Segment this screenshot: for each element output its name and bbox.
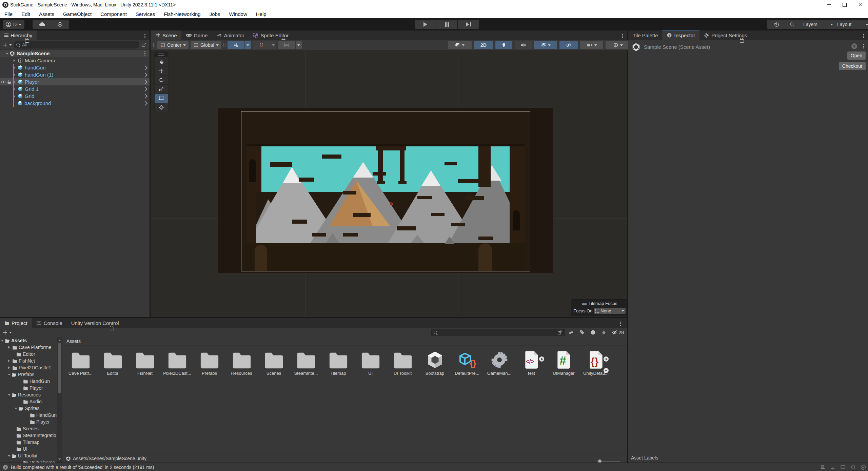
menu-services[interactable]: Services — [131, 9, 160, 18]
tree-item-editor[interactable]: Editor — [0, 351, 62, 357]
refresh-icon[interactable] — [850, 465, 856, 470]
checkout-button[interactable]: Checkout — [839, 62, 866, 70]
view-tool-button[interactable] — [155, 57, 168, 66]
layout-dropdown[interactable]: Layout — [834, 20, 868, 29]
favorites-star-icon[interactable] — [601, 330, 607, 335]
tree-item-resources[interactable]: Resources — [0, 391, 62, 398]
hierarchy-item-grid[interactable]: Grid — [0, 93, 150, 100]
account-dropdown[interactable]: D — [3, 20, 24, 29]
picker-icon[interactable] — [557, 330, 563, 335]
camera-settings-dropdown[interactable] — [580, 41, 603, 49]
network-signal-icon[interactable] — [830, 465, 835, 470]
tree-item-unitytheme[interactable]: UnityTheme — [0, 459, 62, 463]
asset-prefabs[interactable]: Prefabs — [193, 350, 225, 376]
open-button[interactable]: Open — [847, 52, 866, 60]
asset-tilemap[interactable]: Tilemap — [322, 350, 354, 376]
increment-snap-options[interactable] — [296, 41, 302, 49]
prefab-chevron-icon[interactable] — [143, 86, 147, 91]
scroll-up-icon[interactable] — [58, 338, 61, 341]
scene-root-row[interactable]: SampleScene — [0, 50, 150, 57]
hierarchy-item-grid-1[interactable]: Grid 1 — [0, 85, 150, 93]
tab-unity-version-control[interactable]: Unity Version Control — [67, 318, 123, 328]
menu-fish-networking[interactable]: Fish-Networking — [159, 9, 205, 18]
scene-lighting-toggle[interactable] — [495, 41, 512, 49]
tree-item-prefabs[interactable]: Prefabs — [0, 371, 62, 378]
scene-audio-toggle[interactable] — [515, 41, 532, 49]
gizmos-dropdown[interactable] — [606, 41, 630, 49]
tab-hierarchy[interactable]: Hierarchy — [0, 30, 37, 40]
asset-bootstrap-scene[interactable]: Bootstrap — [419, 350, 451, 376]
tree-item-audio[interactable]: Audio — [0, 398, 62, 405]
scroll-thumb[interactable] — [58, 343, 61, 393]
asset-editor[interactable]: Editor — [97, 350, 129, 376]
tab-project[interactable]: Project — [0, 318, 32, 328]
asset-pixel2dcastle[interactable]: Pixel2DCast... — [161, 350, 193, 376]
asset-labels-bar[interactable]: Asset Labels — [628, 453, 868, 462]
add-object-button[interactable] — [3, 43, 7, 47]
kebab-menu-icon[interactable] — [862, 43, 865, 50]
hidden-objects-toggle[interactable] — [559, 41, 578, 49]
add-dropdown-icon[interactable] — [9, 44, 12, 47]
menu-gameobject[interactable]: GameObject — [59, 9, 96, 18]
expand-arrow[interactable] — [6, 53, 8, 56]
create-dropdown-icon[interactable] — [9, 332, 12, 335]
snap-options[interactable] — [270, 41, 276, 49]
tree-item-assets[interactable]: Assets — [0, 337, 62, 344]
grid-snapping-toggle[interactable] — [228, 41, 244, 49]
tasks-check-icon[interactable] — [861, 465, 866, 470]
tools-drag-handle[interactable] — [155, 52, 168, 57]
asset-steamintegration[interactable]: SteamInte... — [290, 350, 322, 376]
tab-sprite-editor[interactable]: Sprite Editor — [249, 30, 293, 40]
orientation-dropdown[interactable]: Global — [191, 41, 221, 49]
asset-ui[interactable]: UI — [354, 350, 387, 376]
visibility-eye-icon[interactable] — [1, 79, 6, 85]
tab-tile-palette[interactable]: Tile Palette — [628, 30, 662, 40]
tab-inspector[interactable]: Inspector — [662, 30, 699, 40]
snap-toggle[interactable] — [253, 41, 270, 49]
kebab-menu-icon[interactable] — [619, 320, 623, 327]
tilemap-focus-header[interactable]: Tilemap Focus — [571, 300, 627, 307]
hierarchy-search[interactable] — [14, 41, 139, 48]
asset-default-preset[interactable]: {} DefaultPre... — [451, 350, 483, 376]
transform-tool-button[interactable] — [155, 103, 168, 112]
asset-resources[interactable]: Resources — [225, 350, 258, 376]
kebab-menu-icon[interactable] — [143, 33, 147, 40]
menu-file[interactable]: File — [0, 9, 17, 18]
asset-gamemanager[interactable]: GameMan... — [483, 350, 515, 376]
hierarchy-item-handgun[interactable]: handGun — [0, 64, 150, 71]
pause-button[interactable] — [436, 20, 457, 29]
tree-item-sprites-player[interactable]: Player — [0, 418, 62, 425]
asset-fishnet[interactable]: FishNet — [129, 350, 161, 376]
tree-scrollbar[interactable] — [57, 337, 62, 463]
expand-arrow[interactable] — [14, 74, 17, 76]
asset-uimanager-script[interactable]: # UIManager — [548, 350, 580, 376]
tree-item-ui-toolkit[interactable]: UI Toolkit — [0, 452, 62, 459]
cache-monitor-icon[interactable] — [840, 465, 846, 470]
tab-animator[interactable]: Animator — [212, 30, 249, 40]
tree-item-ui[interactable]: UI — [0, 446, 62, 452]
menu-help[interactable]: Help — [252, 9, 271, 18]
tree-item-tilemap[interactable]: Tilemap — [0, 439, 62, 446]
hierarchy-search-input[interactable] — [21, 42, 137, 48]
tree-item-pixel2dcastle[interactable]: Pixel2DCastleT — [0, 364, 62, 371]
move-tool-button[interactable] — [155, 66, 168, 75]
menu-window[interactable]: Window — [224, 9, 251, 18]
menu-jobs[interactable]: Jobs — [205, 9, 225, 18]
prefab-chevron-icon[interactable] — [143, 72, 147, 77]
pickability-icon[interactable] — [6, 79, 12, 85]
kebab-menu-icon[interactable] — [621, 33, 625, 40]
search-by-label-icon[interactable] — [579, 330, 585, 335]
scale-tool-button[interactable] — [155, 84, 168, 94]
search-everywhere-button[interactable] — [783, 20, 802, 29]
hierarchy-item-handgun-1[interactable]: handGun (1) — [0, 71, 150, 78]
toolbar-drag-handle[interactable] — [153, 43, 155, 47]
expand-arrow[interactable] — [14, 59, 17, 62]
step-button[interactable] — [458, 20, 479, 29]
hierarchy-item-background[interactable]: background — [0, 100, 150, 107]
tree-item-cave-platformer[interactable]: Cave Platforme — [0, 344, 62, 351]
expand-arrow[interactable] — [14, 88, 17, 90]
tree-item-steamintegration[interactable]: SteamIntegratio — [0, 432, 62, 439]
tree-item-scenes[interactable]: Scenes — [0, 425, 62, 432]
menu-component[interactable]: Component — [96, 9, 131, 18]
expand-arrow[interactable] — [14, 66, 17, 69]
